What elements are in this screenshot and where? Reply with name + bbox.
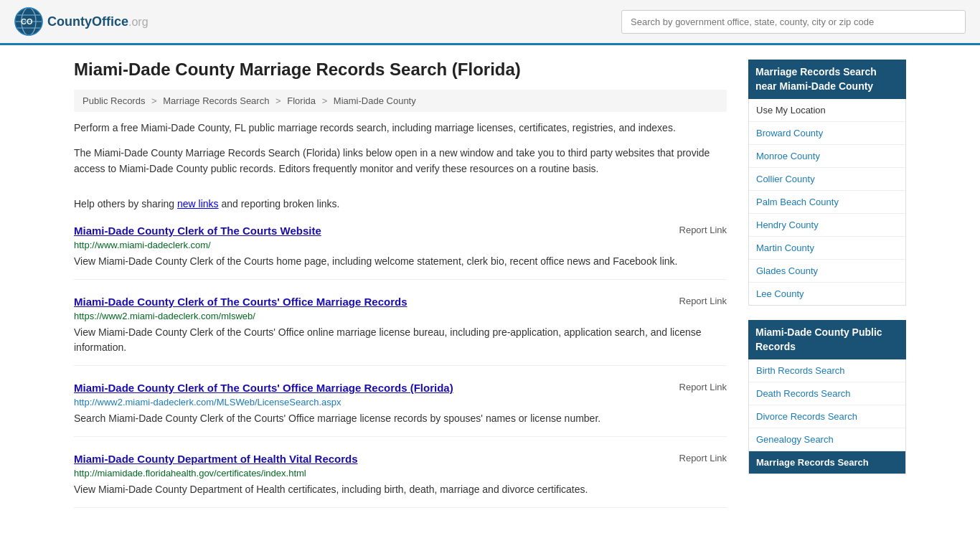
result-item: Miami-Dade County Clerk of The Courts' O… (74, 296, 727, 366)
result-url[interactable]: http://miamidade.floridahealth.gov/certi… (74, 468, 727, 479)
lee-county-link[interactable]: Lee County (749, 283, 905, 305)
share-paragraph: Help others by sharing new links and rep… (74, 196, 727, 212)
sidebar-nearby-list: Use My Location Broward County Monroe Co… (748, 99, 906, 306)
sidebar-item-death-records[interactable]: Death Records Search (749, 382, 905, 405)
sidebar-item-birth-records[interactable]: Birth Records Search (749, 359, 905, 382)
sidebar-item-hendry[interactable]: Hendry County (749, 214, 905, 237)
sidebar-item-marriage-records[interactable]: Marriage Records Search (749, 451, 905, 474)
glades-county-link[interactable]: Glades County (749, 260, 905, 282)
results-list: Miami-Dade County Clerk of The Courts We… (74, 225, 727, 508)
result-header: Miami-Dade County Clerk of The Courts' O… (74, 382, 727, 394)
result-item: Miami-Dade County Department of Health V… (74, 453, 727, 508)
result-desc: View Miami-Dade County Clerk of the Cour… (74, 325, 727, 355)
report-link[interactable]: Report Link (679, 296, 727, 306)
breadcrumb-public-records[interactable]: Public Records (83, 95, 145, 106)
sidebar-public-records-list: Birth Records Search Death Records Searc… (748, 359, 906, 474)
sidebar-item-glades[interactable]: Glades County (749, 260, 905, 283)
result-title[interactable]: Miami-Dade County Clerk of The Courts' O… (74, 296, 407, 308)
sidebar-item-palm-beach[interactable]: Palm Beach County (749, 191, 905, 214)
sidebar: Marriage Records Search near Miami-Dade … (748, 60, 906, 524)
broward-county-link[interactable]: Broward County (749, 122, 905, 144)
sidebar-item-divorce-records[interactable]: Divorce Records Search (749, 405, 905, 428)
sidebar-item-martin[interactable]: Martin County (749, 237, 905, 260)
breadcrumb-miami-dade[interactable]: Miami-Dade County (334, 95, 416, 106)
palm-beach-county-link[interactable]: Palm Beach County (749, 191, 905, 213)
marriage-records-link[interactable]: Marriage Records Search (749, 451, 905, 474)
result-header: Miami-Dade County Department of Health V… (74, 453, 727, 465)
result-url[interactable]: http://www.miami-dadeclerk.com/ (74, 240, 727, 250)
result-title[interactable]: Miami-Dade County Clerk of The Courts We… (74, 225, 321, 237)
genealogy-search-link[interactable]: Genealogy Search (749, 428, 905, 451)
breadcrumb-sep-1: > (151, 95, 157, 106)
result-title[interactable]: Miami-Dade County Clerk of The Courts' O… (74, 382, 453, 394)
result-url[interactable]: http://www2.miami-dadeclerk.com/MLSWeb/L… (74, 397, 727, 408)
result-url[interactable]: https://www2.miami-dadeclerk.com/mlsweb/ (74, 311, 727, 321)
share-before: Help others by sharing (74, 198, 177, 209)
new-links-link[interactable]: new links (177, 198, 219, 209)
result-desc: Search Miami-Dade County Clerk of the Co… (74, 411, 727, 426)
logo-text: CountyOffice.org (47, 14, 149, 29)
result-header: Miami-Dade County Clerk of The Courts' O… (74, 296, 727, 308)
result-item: Miami-Dade County Clerk of The Courts We… (74, 225, 727, 280)
death-records-link[interactable]: Death Records Search (749, 382, 905, 405)
svg-text:CO: CO (21, 17, 33, 26)
result-desc: View Miami-Dade County Department of Hea… (74, 482, 727, 497)
header: CO CountyOffice.org (0, 0, 980, 45)
result-desc: View Miami-Dade County Clerk of the Cour… (74, 254, 727, 269)
monroe-county-link[interactable]: Monroe County (749, 145, 905, 167)
sidebar-public-records-section: Miami-Dade County Public Records Birth R… (748, 320, 906, 474)
breadcrumb-sep-2: > (275, 95, 281, 106)
breadcrumb-marriage-records[interactable]: Marriage Records Search (163, 95, 269, 106)
sidebar-public-records-heading: Miami-Dade County Public Records (748, 320, 906, 359)
sidebar-item-monroe[interactable]: Monroe County (749, 145, 905, 168)
sidebar-nearby-section: Marriage Records Search near Miami-Dade … (748, 60, 906, 306)
content-area: Miami-Dade County Marriage Records Searc… (74, 60, 727, 524)
sidebar-item-use-location[interactable]: Use My Location (749, 99, 905, 122)
sidebar-item-lee[interactable]: Lee County (749, 283, 905, 305)
result-header: Miami-Dade County Clerk of The Courts We… (74, 225, 727, 237)
main-layout: Miami-Dade County Marriage Records Searc… (60, 45, 920, 538)
breadcrumb-florida[interactable]: Florida (287, 95, 316, 106)
page-title: Miami-Dade County Marriage Records Searc… (74, 60, 727, 80)
sidebar-item-genealogy[interactable]: Genealogy Search (749, 428, 905, 451)
intro-paragraph-2: The Miami-Dade County Marriage Records S… (74, 145, 727, 177)
collier-county-link[interactable]: Collier County (749, 168, 905, 190)
share-after: and reporting broken links. (219, 198, 340, 209)
sidebar-item-collier[interactable]: Collier County (749, 168, 905, 191)
birth-records-link[interactable]: Birth Records Search (749, 359, 905, 382)
result-title[interactable]: Miami-Dade County Department of Health V… (74, 453, 358, 465)
breadcrumb-sep-3: > (322, 95, 328, 106)
use-location-link[interactable]: Use My Location (749, 99, 905, 121)
sidebar-nearby-heading: Marriage Records Search near Miami-Dade … (748, 60, 906, 99)
report-link[interactable]: Report Link (679, 453, 727, 463)
martin-county-link[interactable]: Martin County (749, 237, 905, 259)
hendry-county-link[interactable]: Hendry County (749, 214, 905, 236)
logo-icon: CO (14, 7, 43, 36)
breadcrumb: Public Records > Marriage Records Search… (74, 90, 727, 112)
sidebar-item-broward[interactable]: Broward County (749, 122, 905, 145)
logo-area: CO CountyOffice.org (14, 7, 149, 36)
report-link[interactable]: Report Link (679, 382, 727, 392)
report-link[interactable]: Report Link (679, 225, 727, 235)
search-input[interactable] (621, 10, 966, 34)
divorce-records-link[interactable]: Divorce Records Search (749, 405, 905, 428)
intro-paragraph-1: Perform a free Miami-Dade County, FL pub… (74, 122, 727, 133)
result-item: Miami-Dade County Clerk of The Courts' O… (74, 382, 727, 437)
